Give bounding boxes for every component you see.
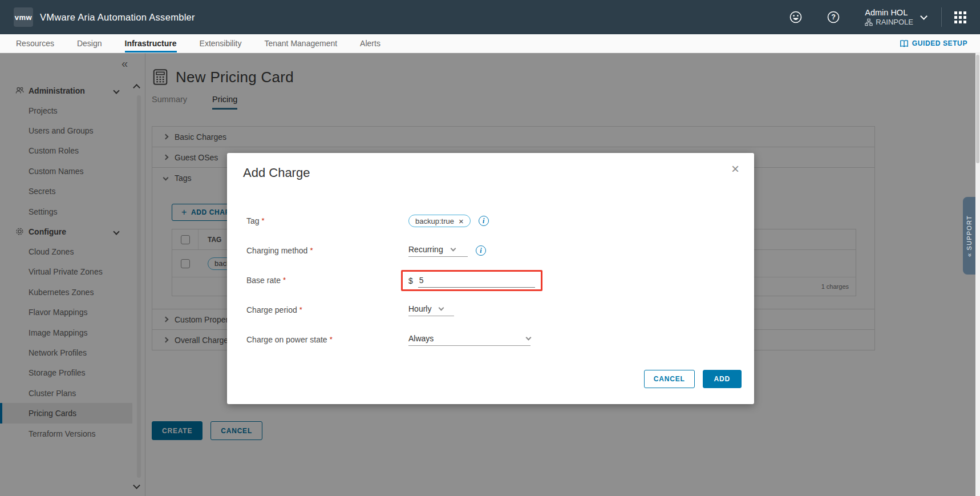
vmware-logo[interactable]: vmw	[14, 7, 33, 27]
help-icon[interactable]: ?	[826, 10, 841, 25]
chevron-down-icon	[526, 335, 532, 341]
modal-title: Add Charge	[243, 166, 310, 180]
nav-tab-alerts[interactable]: Alerts	[360, 34, 380, 53]
user-name: Admin HOL	[865, 7, 913, 18]
field-row-charge-period: Charge period* Hourly	[246, 295, 735, 325]
modal-cancel-button[interactable]: CANCEL	[644, 370, 695, 388]
required-asterisk: *	[299, 305, 302, 314]
field-row-tag: Tag* backup:true × i	[246, 206, 735, 236]
charge-on-power-state-label: Charge on power state	[246, 335, 327, 344]
nav-tab-infrastructure[interactable]: Infrastructure	[125, 34, 177, 53]
page-scrollbar-thumb[interactable]	[976, 55, 979, 163]
base-rate-input[interactable]	[418, 276, 535, 288]
nav-tab-design[interactable]: Design	[77, 34, 102, 53]
base-rate-highlight-box: $	[401, 270, 542, 291]
base-rate-label: Base rate	[246, 276, 281, 285]
modal-close-icon[interactable]: ×	[731, 162, 739, 176]
app-title: VMware Aria Automation Assembler	[40, 12, 195, 23]
add-charge-modal: Add Charge × Tag* backup:true × i Chargi…	[227, 153, 754, 404]
chevron-down-icon	[450, 246, 456, 252]
vmware-logo-text: vmw	[15, 13, 32, 22]
required-asterisk: *	[310, 246, 313, 255]
required-asterisk: *	[262, 216, 265, 225]
org-name: RAINPOLE	[876, 18, 913, 27]
nav-tab-resources[interactable]: Resources	[16, 34, 54, 53]
charging-method-select[interactable]: Recurring	[408, 245, 468, 257]
tag-value: backup:true	[415, 217, 454, 225]
page-scrollbar[interactable]	[975, 53, 980, 496]
support-tab[interactable]: « SUPPORT	[963, 197, 975, 275]
required-asterisk: *	[283, 276, 286, 284]
field-row-base-rate: Base rate* $	[246, 265, 735, 295]
charge-period-select[interactable]: Hourly	[408, 304, 454, 316]
app-switcher-icon[interactable]	[954, 11, 966, 23]
nav-tab-tenant-management[interactable]: Tenant Management	[264, 34, 337, 53]
charge-period-label: Charge period	[246, 305, 297, 314]
tag-info-icon[interactable]: i	[479, 216, 489, 226]
modal-actions: CANCEL ADD	[644, 370, 742, 388]
charge-on-power-state-select[interactable]: Always	[408, 334, 531, 346]
user-menu[interactable]: Admin HOL RAINPOLE	[865, 7, 913, 27]
feedback-smiley-icon[interactable]	[788, 10, 803, 25]
nav-tabs: ResourcesDesignInfrastructureExtensibili…	[16, 34, 403, 53]
tag-label: Tag	[246, 216, 260, 225]
tag-pill: backup:true ×	[408, 215, 471, 227]
guided-setup-link[interactable]: GUIDED SETUP	[900, 34, 967, 53]
header-divider	[941, 7, 942, 27]
header-right: ? Admin HOL RAINPOLE	[766, 7, 966, 27]
guided-setup-label: GUIDED SETUP	[912, 39, 967, 47]
support-tab-label: « SUPPORT	[966, 215, 973, 257]
charging-method-label: Charging method	[246, 246, 307, 255]
field-row-charging-method: Charging method* Recurring i	[246, 236, 735, 265]
screen: vmw VMware Aria Automation Assembler ? A…	[0, 0, 980, 496]
svg-text:?: ?	[831, 13, 836, 21]
app-header: vmw VMware Aria Automation Assembler ? A…	[0, 0, 980, 34]
currency-prefix: $	[408, 276, 413, 288]
remove-tag-icon[interactable]: ×	[459, 217, 464, 225]
charging-method-info-icon[interactable]: i	[476, 245, 486, 256]
chevron-down-icon	[439, 305, 444, 311]
add-charge-form: Tag* backup:true × i Charging method* Re…	[246, 206, 735, 354]
org-icon	[865, 18, 873, 26]
modal-add-button[interactable]: ADD	[703, 370, 742, 388]
field-row-charge-on-power-state: Charge on power state* Always	[246, 325, 735, 354]
main-nav: ResourcesDesignInfrastructureExtensibili…	[0, 34, 980, 53]
nav-tab-extensibility[interactable]: Extensibility	[200, 34, 242, 53]
user-chevron-down-icon[interactable]	[920, 13, 928, 20]
required-asterisk: *	[330, 335, 333, 344]
book-icon	[900, 39, 909, 48]
